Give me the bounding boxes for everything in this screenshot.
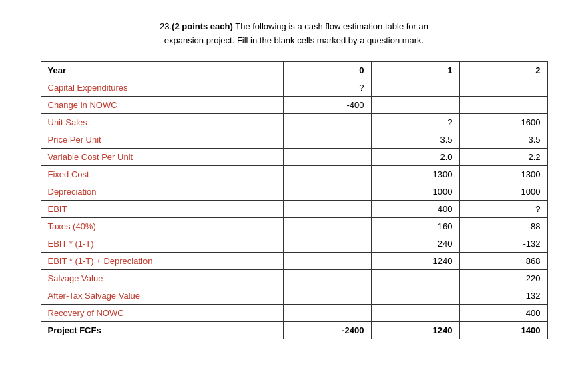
row-col2: 868 — [459, 252, 547, 269]
row-col2 — [459, 96, 547, 113]
row-label: EBIT * (1-T) + Depreciation — [41, 252, 283, 269]
table-header-row: Year 0 1 2 — [41, 61, 547, 79]
row-label: Price Per Unit — [41, 131, 283, 148]
row-col2: 1000 — [459, 183, 547, 200]
table-row: EBIT * (1-T) + Depreciation1240868 — [41, 252, 547, 269]
row-col0 — [283, 217, 371, 235]
table-row: After-Tax Salvage Value132 — [41, 287, 547, 304]
row-col2: 220 — [459, 269, 547, 287]
table-row: Recovery of NOWC400 — [41, 304, 547, 321]
table-row: Unit Sales?1600 — [41, 113, 547, 131]
row-col0 — [283, 165, 371, 183]
table-row: EBIT * (1-T)240-132 — [41, 235, 547, 252]
row-col0 — [283, 287, 371, 304]
row-col0 — [283, 304, 371, 321]
row-col1: 1240 — [371, 252, 459, 269]
row-label: Project FCFs — [41, 321, 283, 339]
row-label: Unit Sales — [41, 113, 283, 131]
row-label: Taxes (40%) — [41, 217, 283, 235]
table-row: Project FCFs-240012401400 — [41, 321, 547, 339]
table-row: Salvage Value220 — [41, 269, 547, 287]
row-col0: -2400 — [283, 321, 371, 339]
row-label: Change in NOWC — [41, 96, 283, 113]
row-col0: ? — [283, 79, 371, 96]
row-col2 — [459, 79, 547, 96]
row-col1 — [371, 269, 459, 287]
row-col1: 1000 — [371, 183, 459, 200]
question-header: 23.(2 points each) The following is a ca… — [27, 20, 561, 48]
row-col1: 1300 — [371, 165, 459, 183]
table-row: Variable Cost Per Unit2.02.2 — [41, 148, 547, 165]
row-col2: 3.5 — [459, 131, 547, 148]
row-col1 — [371, 79, 459, 96]
table-row: EBIT400? — [41, 200, 547, 217]
col-header-2: 2 — [459, 61, 547, 79]
row-col1: 2.0 — [371, 148, 459, 165]
row-col0 — [283, 252, 371, 269]
question-bold: (2 points each) — [172, 21, 233, 31]
col-header-1: 1 — [371, 61, 459, 79]
row-col1: 400 — [371, 200, 459, 217]
row-col0 — [283, 235, 371, 252]
row-label: Fixed Cost — [41, 165, 283, 183]
table-row: Taxes (40%)160-88 — [41, 217, 547, 235]
row-label: Variable Cost Per Unit — [41, 148, 283, 165]
row-col0 — [283, 183, 371, 200]
table-row: Depreciation10001000 — [41, 183, 547, 200]
row-label: EBIT — [41, 200, 283, 217]
row-label: After-Tax Salvage Value — [41, 287, 283, 304]
row-col1 — [371, 287, 459, 304]
row-col1 — [371, 304, 459, 321]
row-label: EBIT * (1-T) — [41, 235, 283, 252]
row-col0 — [283, 269, 371, 287]
row-col2: 132 — [459, 287, 547, 304]
row-col2: 400 — [459, 304, 547, 321]
row-col1: 160 — [371, 217, 459, 235]
row-col2: 1400 — [459, 321, 547, 339]
row-col2: 2.2 — [459, 148, 547, 165]
row-col0: -400 — [283, 96, 371, 113]
col-header-year: Year — [41, 61, 283, 79]
row-col1 — [371, 96, 459, 113]
row-label: Salvage Value — [41, 269, 283, 287]
row-col0 — [283, 148, 371, 165]
table-row: Capital Expenditures? — [41, 79, 547, 96]
table-body: Capital Expenditures?Change in NOWC-400U… — [41, 79, 547, 339]
row-col1: 240 — [371, 235, 459, 252]
row-col2: ? — [459, 200, 547, 217]
row-col2: 1300 — [459, 165, 547, 183]
row-col1: 3.5 — [371, 131, 459, 148]
row-col0 — [283, 113, 371, 131]
row-label: Depreciation — [41, 183, 283, 200]
row-col2: -88 — [459, 217, 547, 235]
cash-flow-table: Year 0 1 2 Capital Expenditures?Change i… — [41, 61, 548, 339]
question-number: 23.(2 points each) The following is a ca… — [160, 21, 428, 31]
row-col1: ? — [371, 113, 459, 131]
col-header-0: 0 — [283, 61, 371, 79]
row-col2: -132 — [459, 235, 547, 252]
row-col2: 1600 — [459, 113, 547, 131]
row-col1: 1240 — [371, 321, 459, 339]
row-col0 — [283, 200, 371, 217]
row-label: Capital Expenditures — [41, 79, 283, 96]
row-col0 — [283, 131, 371, 148]
table-row: Price Per Unit3.53.5 — [41, 131, 547, 148]
row-label: Recovery of NOWC — [41, 304, 283, 321]
table-row: Change in NOWC-400 — [41, 96, 547, 113]
question-line2: expansion project. Fill in the blank cel… — [164, 35, 424, 45]
table-row: Fixed Cost13001300 — [41, 165, 547, 183]
